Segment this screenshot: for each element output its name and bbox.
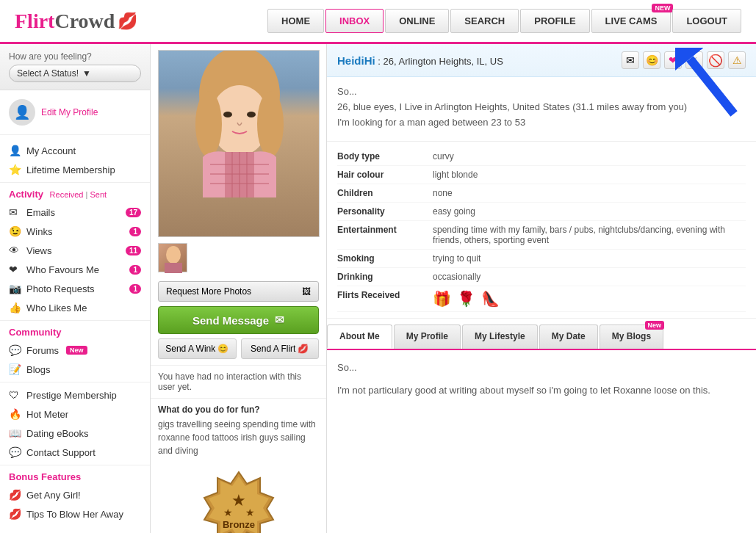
photo-requests-badge: 1 xyxy=(129,284,141,294)
photo-requests-label: Photo Requests xyxy=(26,283,95,294)
community-section-title: Community xyxy=(0,320,150,341)
report-action-icon[interactable]: ⚠ xyxy=(728,51,746,69)
sidebar-item-winks[interactable]: 😉 Winks 1 xyxy=(0,222,150,241)
nav-home[interactable]: HOME xyxy=(267,9,324,33)
who-favours-label: Who Favours Me xyxy=(26,264,99,275)
svg-text:Bronze: Bronze xyxy=(222,519,254,530)
logo: Flirt Crowd 💋 xyxy=(15,10,137,33)
activity-received-link[interactable]: Received xyxy=(50,190,84,199)
sidebar-item-my-account[interactable]: 👤 My Account xyxy=(0,141,150,160)
activity-sent-link[interactable]: Sent xyxy=(90,190,107,199)
account-icon: 👤 xyxy=(9,145,22,156)
heart-action-icon[interactable]: ❤ xyxy=(664,51,682,69)
blogs-icon: 📝 xyxy=(9,363,22,375)
hair-colour-value: light blonde xyxy=(433,170,746,180)
entertainment-label: Entertainment xyxy=(337,225,433,245)
who-likes-label: Who Likes Me xyxy=(26,302,87,313)
sidebar-item-lifetime[interactable]: ⭐ Lifetime Membership xyxy=(0,160,150,179)
sidebar-item-tips[interactable]: 💋 Tips To Blow Her Away xyxy=(0,504,150,523)
svg-text:★: ★ xyxy=(223,507,232,518)
camera-icon: 📷 xyxy=(9,283,22,294)
sidebar-item-blogs[interactable]: 📝 Blogs xyxy=(0,360,150,379)
forums-icon: 💬 xyxy=(9,344,22,356)
interaction-text: You have had no interaction with this us… xyxy=(158,371,301,392)
sidebar-item-dating-ebooks[interactable]: 📖 Dating eBooks xyxy=(0,424,150,443)
svg-text:★: ★ xyxy=(245,507,254,518)
send-flirt-button[interactable]: Send A Flirt 💋 xyxy=(241,338,320,359)
send-message-button[interactable]: Send Message ✉ xyxy=(158,306,319,334)
my-account-label: My Account xyxy=(26,145,76,156)
flirt-btn-label: Send A Flirt xyxy=(251,344,295,354)
fun-label: What do you do for fun? xyxy=(158,405,319,415)
sidebar-item-get-any-girl[interactable]: 💋 Get Any Girl! xyxy=(0,485,150,504)
sidebar-item-hot-meter[interactable]: 🔥 Hot Meter xyxy=(0,405,150,424)
tab-my-blogs[interactable]: My BlogsNew xyxy=(600,324,663,349)
hot-meter-label: Hot Meter xyxy=(26,409,68,420)
heel-icon: 👠 xyxy=(481,290,500,308)
children-value: none xyxy=(433,188,746,198)
personality-value: easy going xyxy=(433,206,746,217)
bio-details: 26, blue eyes, I Live in Arlington Heigh… xyxy=(337,101,746,112)
views-badge: 11 xyxy=(126,246,141,255)
sidebar-item-views[interactable]: 👁 Views 11 xyxy=(0,241,150,260)
flirt-row: Send A Wink 😊 Send A Flirt 💋 xyxy=(151,338,326,359)
nav-live-cams[interactable]: LIVE CAMSNew xyxy=(591,9,672,33)
tab-my-lifestyle[interactable]: My Lifestyle xyxy=(462,324,538,349)
tips-label: Tips To Blow Her Away xyxy=(26,509,123,520)
nav-search[interactable]: SEARCH xyxy=(450,9,519,33)
fun-section: What do you do for fun? gigs travelling … xyxy=(151,399,326,463)
detail-body-type: Body type curvy xyxy=(337,148,746,166)
tab-content-body: I'm not particulary good at writing abou… xyxy=(337,383,746,399)
profile-bio: So... 26, blue eyes, I Live in Arlington… xyxy=(327,77,756,142)
svg-rect-15 xyxy=(165,263,182,273)
edit-profile-link[interactable]: Edit My Profile xyxy=(41,107,98,117)
send-wink-button[interactable]: Send A Wink 😊 xyxy=(158,338,237,359)
mail-action-icon[interactable]: ✉ xyxy=(622,51,639,69)
nav-online[interactable]: ONLINE xyxy=(385,9,449,33)
interaction-message: You have had no interaction with this us… xyxy=(151,365,326,399)
verified-action-icon[interactable]: ✓ xyxy=(685,51,703,69)
sidebar-item-who-likes-me[interactable]: 👍 Who Likes Me xyxy=(0,298,150,317)
status-select-dropdown[interactable]: Select A Status! ▼ xyxy=(9,65,141,82)
live-cams-new-badge: New xyxy=(652,4,673,12)
request-photos-label: Request More Photos xyxy=(166,286,251,297)
tab-content-intro: So... xyxy=(337,360,746,376)
block-action-icon[interactable]: 🚫 xyxy=(707,51,724,69)
sidebar-item-photo-requests[interactable]: 📷 Photo Requests 1 xyxy=(0,279,150,298)
tab-about-me[interactable]: About Me xyxy=(327,324,392,349)
entertainment-value: spending time with my family, bars / pub… xyxy=(433,225,746,245)
sidebar-item-contact-support[interactable]: 💬 Contact Support xyxy=(0,443,150,462)
sidebar-item-who-favours-me[interactable]: ❤ Who Favours Me 1 xyxy=(0,260,150,279)
nav-profile[interactable]: PROFILE xyxy=(520,9,589,33)
bronze-badge-area: ★ ★ ★ Bronze xyxy=(151,463,326,533)
center-panel: Request More Photos 🖼 Send Message ✉ Sen… xyxy=(151,44,327,533)
nav-logout[interactable]: LOGOUT xyxy=(672,9,741,33)
thumbnail-strip xyxy=(151,243,326,278)
smoking-label: Smoking xyxy=(337,253,433,264)
sidebar-item-emails[interactable]: ✉ Emails 17 xyxy=(0,203,150,222)
tab-my-profile[interactable]: My Profile xyxy=(394,324,461,349)
emails-label: Emails xyxy=(26,207,55,218)
blogs-label: Blogs xyxy=(26,364,51,375)
chevron-down-icon: ▼ xyxy=(82,68,91,79)
header: Flirt Crowd 💋 HOME INBOX ONLINE SEARCH P… xyxy=(0,0,756,44)
avatar-area: 👤 Edit My Profile xyxy=(0,90,150,135)
sidebar-item-prestige[interactable]: 🛡 Prestige Membership xyxy=(0,385,150,405)
smiley-action-icon[interactable]: 😊 xyxy=(643,51,660,69)
profile-details: Body type curvy Hair colour light blonde… xyxy=(327,142,756,319)
profile-name: HeidiHi xyxy=(337,54,375,67)
detail-drinking: Drinking occasionally xyxy=(337,268,746,286)
lips2-icon: 💋 xyxy=(9,508,22,520)
nav-inbox[interactable]: INBOX xyxy=(325,9,384,33)
tab-my-date[interactable]: My Date xyxy=(539,324,598,349)
request-photos-button[interactable]: Request More Photos 🖼 xyxy=(158,281,319,302)
fire-icon: 🔥 xyxy=(9,408,22,420)
hair-colour-label: Hair colour xyxy=(337,170,433,180)
thumbnail-1[interactable] xyxy=(158,243,187,272)
sidebar-item-forums[interactable]: 💬 Forums New xyxy=(0,341,150,360)
body-type-value: curvy xyxy=(433,151,746,162)
star-icon: ⭐ xyxy=(9,164,22,175)
lips-icon: 💋 xyxy=(9,489,22,501)
tab-content: So... I'm not particulary good at writin… xyxy=(327,350,756,438)
svg-point-6 xyxy=(247,112,256,117)
